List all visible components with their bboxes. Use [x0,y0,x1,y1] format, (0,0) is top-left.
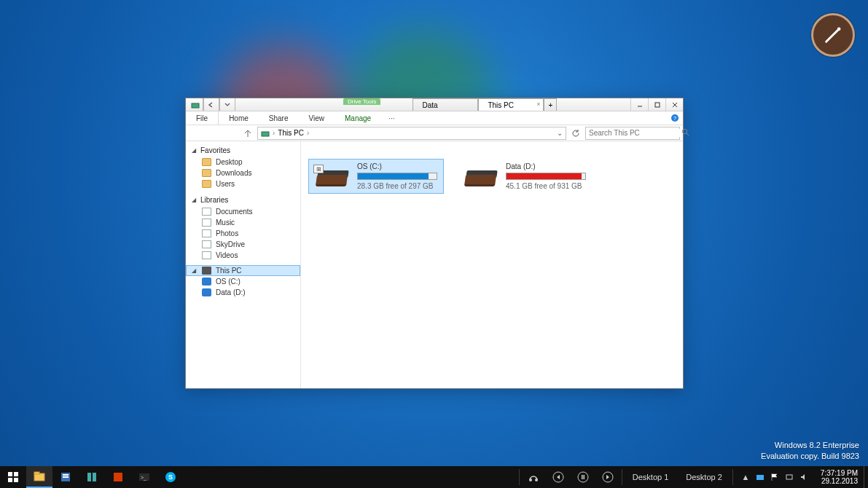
maximize-button[interactable] [648,98,665,111]
nav-item-videos[interactable]: Videos [186,250,300,261]
brush-launcher[interactable] [811,13,855,57]
svg-rect-3 [655,103,660,107]
taskbar-clock[interactable]: 7:37:19 PM 29.12.2013 [815,466,864,488]
nav-group-favorites[interactable]: ◢Favorites [186,144,300,157]
svg-point-25 [529,479,532,481]
context-tab-drive-tools: Drive Tools [343,98,380,111]
titlebar: Drive Tools Data This PC × + [186,98,683,111]
close-tab-icon[interactable]: × [536,101,540,108]
ribbon-home[interactable]: Home [219,111,259,125]
drive-name: OS (C:) [357,162,437,170]
taskbar-app-2[interactable] [79,466,105,488]
taskbar-office[interactable] [105,466,131,488]
media-next-icon[interactable] [595,466,620,488]
taskbar-explorer[interactable] [26,466,52,488]
taskbar-terminal[interactable]: >_ [131,466,157,488]
search-input[interactable] [589,129,681,137]
svg-rect-1 [192,103,199,108]
tab-label: Data [422,101,437,109]
svg-rect-16 [63,474,69,476]
nav-item-documents[interactable]: Documents [186,206,300,217]
nav-item-drive-d[interactable]: Data (D:) [186,287,300,298]
tray-chevron-up-icon[interactable]: ▲ [740,472,751,482]
nav-group-this-pc[interactable]: ◢This PC [186,265,300,276]
tray-flag-icon[interactable] [770,472,780,482]
nav-item-desktop[interactable]: Desktop [186,157,300,168]
media-pause-icon[interactable] [571,466,595,488]
up-button[interactable] [241,127,254,140]
folder-icon [202,158,211,166]
media-prev-icon[interactable] [546,466,571,488]
watermark-line1: Windows 8.2 Enterprise [761,440,859,451]
address-bar[interactable]: › This PC › ⌄ [257,127,566,140]
minimize-button[interactable] [630,98,648,111]
qat-icon[interactable] [187,98,203,111]
drive-tile-os-c[interactable]: ⊞ OS (C:) 28.3 GB free of 297 GB [308,159,444,194]
taskbar-divider [622,469,622,485]
media-audio-icon[interactable] [521,466,546,488]
tab-data[interactable]: Data [413,98,478,111]
nav-item-skydrive[interactable]: SkyDrive [186,239,300,250]
svg-rect-19 [93,473,96,481]
nav-item-music[interactable]: Music [186,217,300,228]
nav-item-downloads[interactable]: Downloads [186,168,300,178]
show-desktop-button[interactable] [864,466,868,488]
address-dropdown-icon[interactable]: ⌄ [557,129,563,137]
refresh-button[interactable] [569,127,582,140]
svg-point-26 [535,479,538,481]
svg-rect-20 [114,473,122,481]
tab-this-pc[interactable]: This PC × [478,98,544,111]
drive-meta: OS (C:) 28.3 GB free of 297 GB [357,162,437,190]
content-pane[interactable]: ⊞ OS (C:) 28.3 GB free of 297 GB Data (D… [301,141,683,388]
help-icon[interactable]: ? [667,111,683,125]
drive-tile-data-d[interactable]: Data (D:) 45.1 GB free of 931 GB [457,159,593,194]
clock-time: 7:37:19 PM [821,469,858,478]
address-bar-row: › This PC › ⌄ [186,125,683,141]
qat-dropdown[interactable] [219,98,235,111]
breadcrumb-this-pc[interactable]: This PC [278,129,304,137]
svg-rect-9 [8,472,12,476]
nav-item-drive-c[interactable]: OS (C:) [186,276,300,287]
svg-rect-17 [63,476,69,478]
chevron-right-icon[interactable]: › [307,129,309,137]
search-icon[interactable] [681,128,689,138]
ribbon-expand[interactable]: ··· [384,111,399,125]
drive-icon [202,278,211,286]
system-tray[interactable]: ▲ [735,466,815,488]
nav-item-users[interactable]: Users [186,178,300,189]
svg-rect-10 [14,472,18,476]
close-button[interactable] [665,98,683,111]
start-button[interactable] [0,466,26,488]
svg-rect-32 [756,475,764,480]
watermark-line2: Evaluation copy. Build 9823 [761,451,859,462]
taskbar-divider [732,469,733,485]
ribbon-manage[interactable]: Manage [335,111,381,125]
desktop-switch-1[interactable]: Desktop 1 [624,466,678,488]
pc-icon [202,267,211,275]
nav-item-photos[interactable]: Photos [186,228,300,239]
chevron-right-icon[interactable]: › [273,129,275,137]
usage-bar [357,173,437,180]
tab-label: This PC [488,101,514,109]
tray-network-icon[interactable] [784,472,794,482]
tray-icon[interactable] [755,472,765,482]
navigation-pane: ◢Favorites Desktop Downloads Users ◢Libr… [186,141,301,388]
ribbon-share[interactable]: Share [259,111,299,125]
new-tab-button[interactable]: + [544,98,557,111]
qat-back[interactable] [203,98,219,111]
svg-rect-14 [34,472,39,474]
taskbar-app-1[interactable] [52,466,79,488]
desktop-switch-2[interactable]: Desktop 2 [677,466,731,488]
breadcrumb-icon[interactable] [261,130,270,137]
tray-volume-icon[interactable] [799,472,809,482]
photos-icon [202,229,211,237]
drive-icon [462,165,498,188]
folder-icon [202,180,211,188]
nav-group-libraries[interactable]: ◢Libraries [186,194,300,206]
ribbon-file[interactable]: File [186,111,219,125]
svg-text:S: S [168,473,173,481]
ribbon-view[interactable]: View [299,111,335,125]
taskbar-skype[interactable]: S [157,466,184,488]
usage-bar [506,173,586,180]
search-box[interactable] [585,127,680,140]
